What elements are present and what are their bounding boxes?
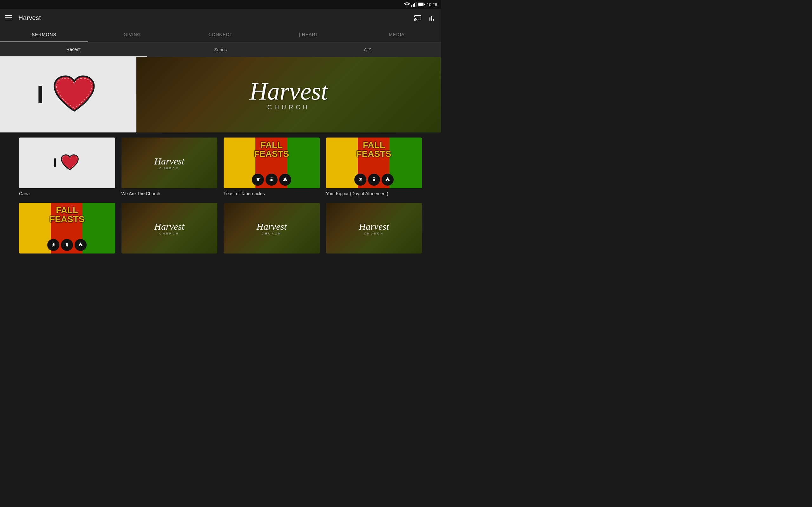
sermon-card-feast-tabernacles[interactable]: FALLFEASTS [223, 137, 320, 196]
status-icons: 10:26 [404, 2, 437, 7]
svg-rect-5 [418, 3, 423, 6]
bottom-ff-icons-1 [47, 239, 87, 251]
sermon-title-feast-tabernacles: Feast of Tabernacles [223, 191, 320, 196]
sermon-grid: I Cana Harvest CHURCH [19, 137, 422, 196]
signal-icon [411, 2, 416, 7]
bottom-harvest-logo-2: Harvest CHURCH [154, 221, 184, 235]
yom-kippur-icons [354, 174, 394, 186]
hero-right-panel[interactable]: Harvest CHURCH [136, 57, 441, 132]
yom-icon-2 [368, 174, 380, 186]
small-harvest-sub: CHURCH [154, 167, 184, 170]
feast-icon-2 [265, 174, 277, 186]
sermon-thumbnail-feast-tabernacles: FALLFEASTS [223, 137, 320, 188]
chart-icon[interactable] [427, 14, 436, 22]
sermon-thumbnail-cana: I [19, 137, 115, 188]
harvest-church-hero-bg: Harvest CHURCH [136, 57, 441, 132]
hero-section: I Harvest CHURCH [0, 57, 441, 132]
sermon-card-bottom-3[interactable]: Harvest CHURCH [223, 203, 320, 253]
battery-icon [418, 3, 425, 6]
bottom-harvest-sub-3: CHURCH [257, 232, 287, 235]
sermon-card-cana[interactable]: I Cana [19, 137, 115, 196]
cana-thumbnail-bg: I [19, 137, 115, 188]
small-i-letter: I [53, 156, 57, 170]
wifi-icon [404, 2, 410, 7]
yom-icon-3 [382, 174, 394, 186]
harvest-script-text: Harvest [250, 79, 328, 104]
status-bar: 10:26 [0, 0, 441, 9]
small-i-heart-logo: I [53, 153, 81, 172]
harvest-thumbnail-bg: Harvest CHURCH [121, 137, 217, 188]
bottom-harvest-4: Harvest CHURCH [326, 203, 422, 253]
i-letter: I [37, 82, 44, 107]
tab-bar: SERMONS GIVING CONNECT | HEART MEDIA [0, 26, 441, 43]
sermon-title-we-are-the-church: We Are The Church [121, 191, 217, 196]
fall-feasts-thumbnail: FALLFEASTS [223, 137, 320, 188]
harvest-church-logo: Harvest CHURCH [250, 79, 328, 111]
yom-kippur-ff-title: FALLFEASTS [357, 141, 392, 158]
sub-tab-az[interactable]: A-Z [294, 43, 441, 57]
svg-rect-6 [424, 4, 425, 5]
sub-tab-series[interactable]: Series [147, 43, 294, 57]
sermon-card-yom-kippur[interactable]: FALLFEASTS Yom Kippur (Day of Ato [326, 137, 422, 196]
svg-rect-2 [414, 3, 415, 7]
bottom-harvest-3: Harvest CHURCH [223, 203, 320, 253]
svg-rect-1 [413, 4, 414, 7]
small-harvest-script: Harvest [154, 156, 184, 167]
feast-icon-3 [279, 174, 291, 186]
bottom-ff-1: FALLFEASTS [19, 203, 115, 253]
app-title: Harvest [18, 14, 407, 21]
tab-connect[interactable]: CONNECT [176, 26, 264, 42]
sermon-title-cana: Cana [19, 191, 115, 196]
hamburger-menu-icon[interactable] [5, 15, 12, 20]
sermon-title-yom-kippur: Yom Kippur (Day of Atonement) [326, 191, 422, 196]
bottom-harvest-sub-4: CHURCH [359, 232, 389, 235]
tab-media[interactable]: MEDIA [353, 26, 441, 42]
app-bar: Harvest [0, 9, 441, 26]
bottom-icon-1c [74, 239, 87, 251]
content-area: I Cana Harvest CHURCH [0, 132, 441, 259]
heart-graphic [49, 72, 100, 117]
sermon-thumbnail-we-are-the-church: Harvest CHURCH [121, 137, 217, 188]
cast-icon[interactable] [414, 14, 422, 22]
bottom-harvest-logo-4: Harvest CHURCH [359, 221, 389, 235]
bottom-harvest-2: Harvest CHURCH [121, 203, 217, 253]
tab-sermons[interactable]: SERMONS [0, 26, 88, 42]
svg-rect-0 [411, 5, 412, 7]
bottom-icon-1b [61, 239, 73, 251]
i-heart-logo: I [37, 72, 100, 117]
small-harvest-logo: Harvest CHURCH [154, 156, 184, 170]
fall-feasts-icons [252, 174, 291, 186]
bottom-thumbnail-2: Harvest CHURCH [121, 203, 217, 253]
sermon-card-bottom-2[interactable]: Harvest CHURCH [121, 203, 217, 253]
bottom-harvest-script-3: Harvest [257, 221, 287, 232]
status-time: 10:26 [426, 2, 437, 7]
sermon-card-we-are-the-church[interactable]: Harvest CHURCH We Are The Church [121, 137, 217, 196]
bottom-thumbnail-1: FALLFEASTS [19, 203, 115, 253]
bottom-harvest-logo-3: Harvest CHURCH [257, 221, 287, 235]
app-bar-actions [414, 14, 436, 22]
sermon-thumbnail-yom-kippur: FALLFEASTS [326, 137, 422, 188]
bottom-thumbnail-3: Harvest CHURCH [223, 203, 320, 253]
fall-feasts-title: FALLFEASTS [254, 141, 289, 158]
yom-icon-1 [354, 174, 366, 186]
sermon-card-bottom-1[interactable]: FALLFEASTS [19, 203, 115, 253]
feast-icon-1 [252, 174, 264, 186]
bottom-harvest-script-2: Harvest [154, 221, 184, 232]
bottom-icon-1a [47, 239, 59, 251]
tab-heart[interactable]: | HEART [264, 26, 353, 42]
bottom-row: FALLFEASTS [19, 203, 422, 253]
sermon-card-bottom-4[interactable]: Harvest CHURCH [326, 203, 422, 253]
bottom-ff-title-1: FALLFEASTS [49, 206, 84, 224]
yom-kippur-thumbnail: FALLFEASTS [326, 137, 422, 188]
small-heart-svg [59, 153, 81, 172]
sub-tab-bar: Recent Series A-Z [0, 43, 441, 57]
tab-giving[interactable]: GIVING [88, 26, 176, 42]
bottom-thumbnail-4: Harvest CHURCH [326, 203, 422, 253]
sub-tab-recent[interactable]: Recent [0, 43, 147, 57]
bottom-harvest-sub-2: CHURCH [154, 232, 184, 235]
hero-left-panel[interactable]: I [0, 57, 136, 132]
svg-rect-3 [416, 2, 417, 7]
bottom-harvest-script-4: Harvest [359, 221, 389, 232]
